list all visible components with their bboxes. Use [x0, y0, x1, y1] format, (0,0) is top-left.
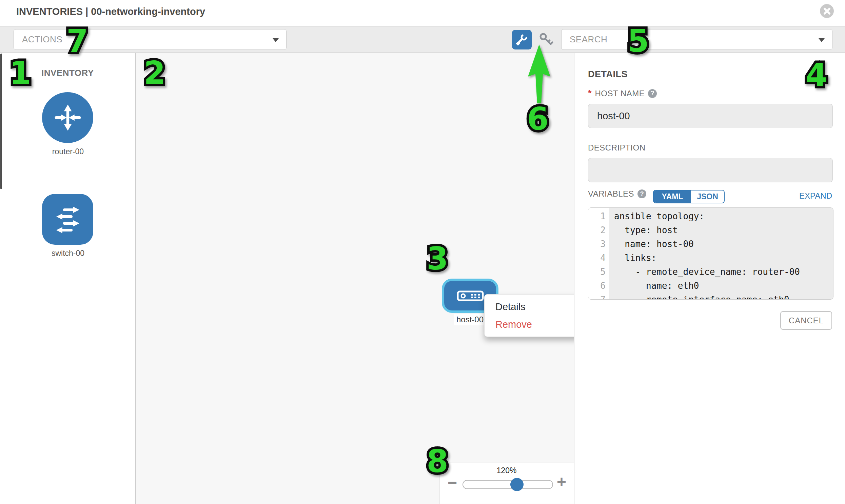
- code-line: name: host-00: [609, 237, 694, 251]
- code-line: remote_interface_name: eth0: [609, 293, 789, 300]
- toolbar: ACTIONS SEARCH: [0, 26, 845, 53]
- help-icon[interactable]: ?: [648, 89, 657, 98]
- variables-label: VARIABLES: [588, 189, 634, 199]
- chevron-down-icon: [272, 38, 279, 42]
- annotation-7: 7: [67, 26, 88, 57]
- annotation-1: 1: [10, 58, 31, 89]
- cancel-button[interactable]: CANCEL: [780, 311, 832, 330]
- annotation-8: 8: [426, 446, 448, 477]
- zoom-in-button[interactable]: +: [557, 472, 566, 491]
- annotation-2: 2: [144, 58, 165, 89]
- zoom-level-value: 120%: [439, 466, 574, 475]
- line-number: 7: [588, 291, 609, 300]
- description-input[interactable]: [588, 158, 833, 182]
- close-icon: [823, 7, 831, 15]
- zoom-control: 120% − +: [439, 463, 574, 504]
- annotation-3: 3: [426, 244, 448, 274]
- palette-item-label: router-00: [42, 147, 94, 156]
- code-line: - remote_device_name: router-00: [609, 265, 800, 279]
- annotation-6: 6: [527, 104, 549, 135]
- chevron-down-icon: [818, 38, 825, 42]
- code-line: links:: [609, 251, 656, 265]
- host-icon: [457, 290, 484, 301]
- json-toggle-button[interactable]: JSON: [691, 191, 724, 203]
- palette-item-label: switch-00: [42, 249, 94, 258]
- host-name-label: HOST NAME: [595, 89, 645, 98]
- host-name-label-row: * HOST NAME ?: [588, 88, 657, 98]
- inventory-palette: INVENTORY router-00: [0, 53, 136, 504]
- palette-item-switch[interactable]: switch-00: [42, 194, 94, 258]
- search-dropdown-label: SEARCH: [570, 34, 607, 45]
- host-name-input[interactable]: [588, 104, 833, 128]
- palette-item-router[interactable]: router-00: [42, 92, 94, 156]
- yaml-toggle-button[interactable]: YAML: [654, 191, 691, 203]
- search-dropdown[interactable]: SEARCH: [561, 29, 832, 50]
- variables-label-row: VARIABLES ?: [588, 189, 646, 199]
- code-line: name: eth0: [609, 279, 699, 293]
- annotation-4: 4: [806, 60, 827, 91]
- zoom-out-button[interactable]: −: [447, 473, 457, 492]
- annotation-5: 5: [627, 26, 649, 57]
- line-number: 5: [588, 263, 609, 279]
- line-number: 2: [588, 222, 609, 237]
- expand-link[interactable]: EXPAND: [799, 191, 832, 201]
- line-number: 6: [588, 277, 609, 293]
- actions-dropdown[interactable]: ACTIONS: [14, 29, 286, 50]
- topology-canvas[interactable]: host-00 Details Remove 120% − +: [136, 53, 574, 504]
- variables-format-toggle: YAML JSON: [653, 190, 725, 203]
- line-number: 3: [588, 236, 609, 251]
- line-number: 1: [588, 208, 609, 223]
- close-button[interactable]: [820, 4, 834, 18]
- switch-icon: [51, 202, 85, 236]
- palette-title: INVENTORY: [41, 68, 94, 78]
- variables-code-editor[interactable]: 1ansible_topology: 2 type: host 3 name: …: [588, 208, 833, 300]
- palette-drag-handle[interactable]: [0, 54, 2, 189]
- router-icon: [50, 100, 85, 135]
- host-node-label: host-00: [454, 314, 486, 325]
- zoom-slider-handle[interactable]: [510, 478, 524, 491]
- zoom-slider-track[interactable]: [462, 480, 553, 489]
- page-title: INVENTORIES | 00-networking-inventory: [16, 6, 205, 17]
- required-marker: *: [588, 88, 592, 98]
- details-panel: DETAILS * HOST NAME ? DESCRIPTION VARIAB…: [574, 53, 845, 504]
- description-label: DESCRIPTION: [588, 143, 646, 152]
- details-panel-title: DETAILS: [588, 69, 628, 80]
- help-icon[interactable]: ?: [637, 190, 646, 198]
- app-header: INVENTORIES | 00-networking-inventory: [0, 0, 845, 26]
- actions-dropdown-label: ACTIONS: [22, 34, 63, 45]
- code-line: ansible_topology:: [609, 210, 704, 223]
- line-number: 4: [588, 250, 609, 265]
- annotation-arrow-up: [522, 41, 556, 107]
- code-line: type: host: [609, 223, 678, 237]
